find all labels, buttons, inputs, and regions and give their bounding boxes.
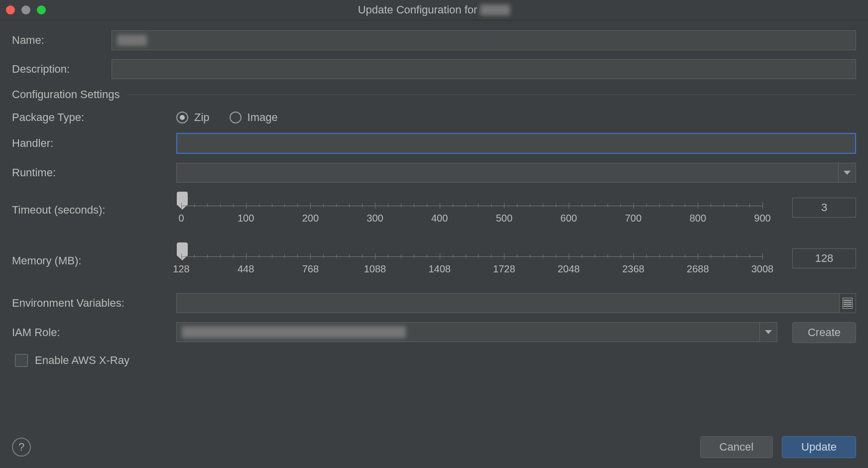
slider-tick-minor <box>284 204 285 207</box>
slider-tick-major <box>762 253 763 259</box>
slider-tick-label: 700 <box>625 213 641 224</box>
slider-tick-label: 3008 <box>751 263 774 275</box>
handler-input[interactable] <box>176 133 856 154</box>
slider-tick-minor <box>659 204 660 207</box>
slider-tick-major <box>310 253 311 259</box>
update-button[interactable]: Update <box>782 436 856 458</box>
iam-role-dropdown-button[interactable] <box>759 323 777 342</box>
slider-tick-minor <box>749 254 750 258</box>
slider-tick-major <box>440 203 440 209</box>
slider-tick-minor <box>737 254 737 258</box>
slider-tick-minor <box>349 204 350 207</box>
env-vars-edit-button[interactable] <box>840 293 856 313</box>
package-type-zip-option[interactable]: Zip <box>176 111 210 124</box>
configuration-settings-header: Configuration Settings <box>12 88 856 101</box>
slider-tick-minor <box>453 204 453 207</box>
cancel-button[interactable]: Cancel <box>700 436 773 458</box>
package-type-label: Package Type: <box>12 111 176 124</box>
slider-tick-minor <box>427 254 427 258</box>
window-close-button[interactable] <box>6 5 15 14</box>
slider-tick-minor <box>582 204 582 207</box>
slider-tick-major <box>246 203 247 209</box>
window-title-target <box>480 4 510 15</box>
slider-tick-minor <box>608 254 608 258</box>
slider-tick-minor <box>323 204 324 207</box>
timeout-slider-ticks: 0100200300400500600700800900 <box>181 202 762 224</box>
dialog-footer: ? Cancel Update <box>12 436 856 458</box>
create-button-label: Create <box>808 326 841 339</box>
iam-role-select[interactable] <box>176 322 777 342</box>
slider-tick-label: 1088 <box>364 263 386 275</box>
slider-tick-major <box>698 203 698 209</box>
slider-tick-minor <box>556 204 556 207</box>
timeout-label: Timeout (seconds): <box>12 204 176 217</box>
runtime-select[interactable] <box>176 163 856 183</box>
slider-tick-minor <box>453 254 453 258</box>
slider-tick-minor <box>620 254 621 258</box>
create-iam-role-button[interactable]: Create <box>792 322 856 343</box>
slider-tick-minor <box>233 254 234 258</box>
name-input[interactable] <box>112 30 856 50</box>
slider-tick-major <box>440 253 440 259</box>
slider-tick-minor <box>608 204 608 207</box>
slider-tick-minor <box>297 254 298 258</box>
iam-role-label: IAM Role: <box>12 326 176 339</box>
description-label: Description: <box>12 63 112 76</box>
timeout-value-box[interactable]: 3 <box>792 198 856 218</box>
slider-tick-minor <box>388 204 388 207</box>
slider-tick-label: 100 <box>238 213 254 224</box>
slider-tick-label: 2688 <box>687 263 709 275</box>
slider-tick-label: 1408 <box>428 263 451 275</box>
slider-tick-label: 0 <box>178 213 184 224</box>
window-minimize-button[interactable] <box>21 5 30 14</box>
memory-slider[interactable]: 1284487681088140817282048236826883008 <box>176 242 767 279</box>
slider-tick-minor <box>491 204 492 207</box>
runtime-label: Runtime: <box>12 166 176 179</box>
slider-tick-minor <box>672 204 672 207</box>
package-type-zip-label: Zip <box>194 111 210 124</box>
xray-checkbox[interactable] <box>15 354 28 367</box>
slider-tick-minor <box>711 254 711 258</box>
slider-tick-major <box>504 203 504 209</box>
slider-tick-minor <box>401 254 401 258</box>
slider-tick-minor <box>401 204 401 207</box>
memory-value-box[interactable]: 128 <box>792 248 856 268</box>
slider-tick-minor <box>233 204 234 207</box>
chevron-down-icon <box>765 330 772 334</box>
slider-tick-minor <box>194 204 195 207</box>
package-type-radio-group: Zip Image <box>176 111 278 124</box>
dialog-content: Name: Description: Configuration Setting… <box>0 20 868 367</box>
slider-tick-major <box>633 253 634 259</box>
slider-tick-minor <box>646 204 647 207</box>
slider-tick-minor <box>491 254 492 258</box>
slider-tick-label: 600 <box>560 213 577 224</box>
slider-tick-minor <box>659 254 660 258</box>
slider-tick-minor <box>336 204 337 207</box>
handler-label: Handler: <box>12 137 176 150</box>
slider-tick-minor <box>646 254 647 258</box>
timeout-slider[interactable]: 0100200300400500600700800900 <box>176 192 767 229</box>
slider-tick-label: 400 <box>431 213 448 224</box>
package-type-image-label: Image <box>248 111 278 124</box>
slider-tick-major <box>504 253 504 259</box>
slider-tick-minor <box>620 204 621 207</box>
slider-tick-minor <box>297 204 298 207</box>
env-vars-input-container <box>176 293 856 313</box>
iam-role-value-redacted <box>182 326 406 338</box>
help-button[interactable]: ? <box>12 438 31 457</box>
description-input[interactable] <box>112 59 856 79</box>
package-type-image-option[interactable]: Image <box>230 111 278 124</box>
slider-tick-label: 768 <box>302 263 319 275</box>
name-label: Name: <box>12 34 112 47</box>
slider-tick-minor <box>749 204 750 207</box>
slider-tick-label: 2048 <box>558 263 580 275</box>
timeout-row: Timeout (seconds): 010020030040050060070… <box>12 192 856 229</box>
runtime-dropdown-button[interactable] <box>838 163 856 182</box>
env-vars-input[interactable] <box>176 293 840 313</box>
slider-tick-minor <box>672 254 672 258</box>
slider-tick-label: 448 <box>238 263 254 275</box>
window-zoom-button[interactable] <box>37 5 46 14</box>
slider-tick-major <box>569 203 569 209</box>
slider-tick-minor <box>220 254 221 258</box>
slider-tick-minor <box>466 204 466 207</box>
